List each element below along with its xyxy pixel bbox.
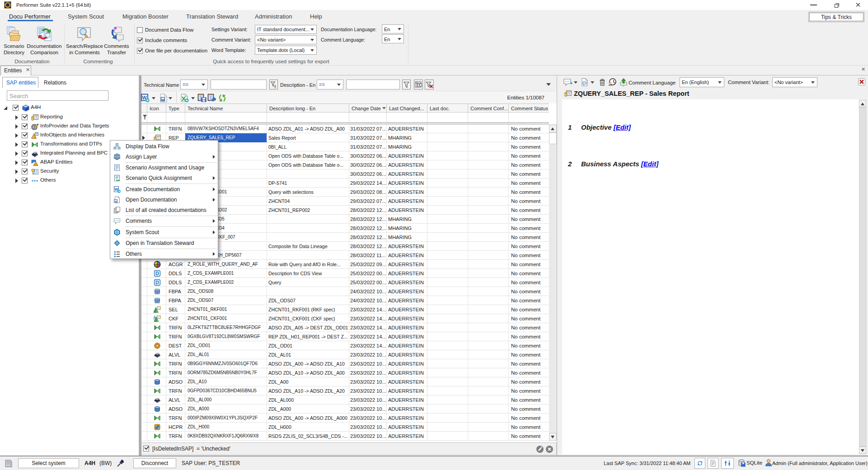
svg-text:w: w [161,98,164,102]
svg-text:w: w [114,200,117,202]
svg-text:D: D [155,271,159,276]
svg-text:D: D [155,280,159,285]
